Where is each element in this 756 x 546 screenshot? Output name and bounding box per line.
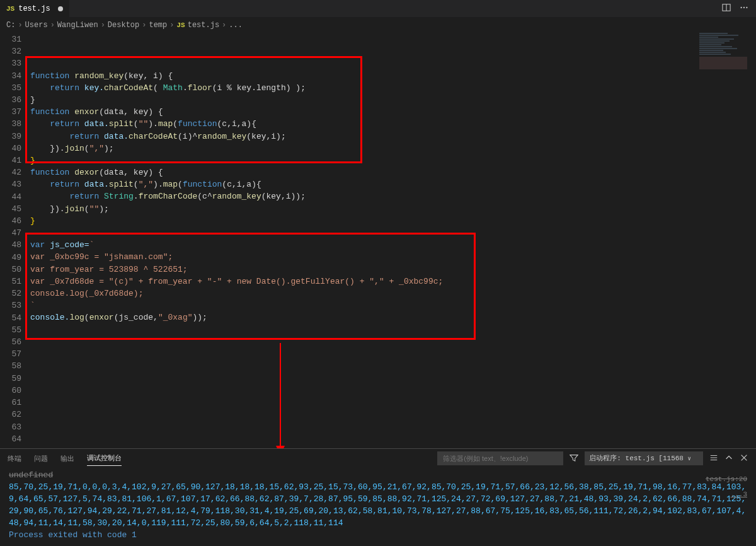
breadcrumb[interactable]: C: › Users › WangLiwen › Desktop › temp … bbox=[0, 18, 756, 33]
debug-panel: 终端 问题 输出 调试控制台 启动程序: test.js [11568 ∨ te… bbox=[0, 448, 756, 546]
tab-output[interactable]: 输出 bbox=[60, 451, 74, 466]
clear-console-icon[interactable] bbox=[709, 453, 718, 464]
debug-output: undefined 85,70,25,19,71,0,0,0,3,4,102,9… bbox=[0, 468, 756, 546]
tab-filename: test.js bbox=[18, 4, 50, 13]
svg-point-4 bbox=[746, 6, 747, 8]
js-icon: JS bbox=[6, 5, 14, 13]
tab-problems[interactable]: 问题 bbox=[34, 451, 48, 466]
split-editor-icon[interactable] bbox=[722, 3, 731, 15]
collapse-icon[interactable] bbox=[724, 453, 733, 464]
launch-config-select[interactable]: 启动程序: test.js [11568 ∨ bbox=[585, 451, 703, 465]
breadcrumb-file[interactable]: test.js bbox=[188, 21, 219, 30]
file-tab[interactable]: JS test.js bbox=[0, 0, 69, 18]
breadcrumb-trailing: ... bbox=[229, 21, 243, 30]
tab-terminal[interactable]: 终端 bbox=[8, 451, 21, 466]
js-icon: JS bbox=[176, 21, 185, 29]
dirty-indicator-icon bbox=[58, 6, 63, 11]
breadcrumb-part[interactable]: Users bbox=[25, 21, 48, 30]
filter-input[interactable] bbox=[437, 451, 563, 465]
more-actions-icon[interactable] bbox=[740, 3, 748, 15]
undefined-value: undefined bbox=[9, 469, 747, 481]
tab-bar: JS test.js bbox=[0, 0, 756, 18]
breadcrumb-part[interactable]: WangLiwen bbox=[57, 21, 98, 30]
svg-point-2 bbox=[740, 6, 742, 8]
console-output-line: 85,70,25,19,71,0,0,0,3,4,102,9,27,65,90,… bbox=[9, 481, 747, 529]
source-link[interactable]: test.js:20 bbox=[706, 475, 747, 483]
exit-message: Process exited with code 1 bbox=[9, 529, 747, 541]
tab-debug-console[interactable]: 调试控制台 bbox=[87, 451, 122, 466]
minimap[interactable] bbox=[699, 33, 750, 108]
close-panel-icon[interactable] bbox=[740, 453, 748, 464]
panel-tabs: 终端 问题 输出 调试控制台 启动程序: test.js [11568 ∨ bbox=[0, 449, 756, 468]
code-area[interactable]: function random_key(key, i) { return key… bbox=[30, 33, 756, 453]
svg-point-3 bbox=[743, 6, 745, 8]
corner-link[interactable]: ...3 bbox=[731, 491, 747, 498]
filter-icon[interactable] bbox=[570, 453, 578, 464]
breadcrumb-part[interactable]: Desktop bbox=[108, 21, 139, 30]
line-gutter: 3132333435363738394041424344454647484950… bbox=[0, 33, 30, 453]
editor[interactable]: 3132333435363738394041424344454647484950… bbox=[0, 33, 756, 453]
breadcrumb-part[interactable]: C: bbox=[6, 21, 15, 30]
breadcrumb-part[interactable]: temp bbox=[149, 21, 167, 30]
tab-actions bbox=[722, 3, 756, 15]
